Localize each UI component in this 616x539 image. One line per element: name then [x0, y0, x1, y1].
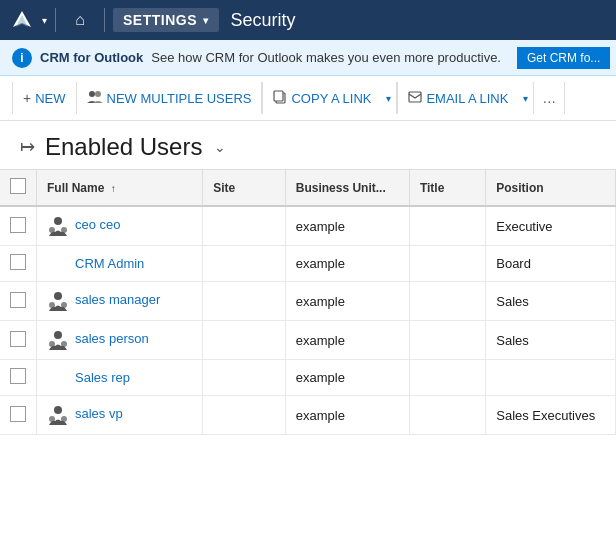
email-link-label: EMAIL A LINK [426, 91, 508, 106]
crm-banner-message: See how CRM for Outlook makes you even m… [151, 50, 501, 65]
row-position: Sales [486, 282, 616, 321]
new-multiple-label: NEW MULTIPLE USERS [107, 91, 252, 106]
table-row[interactable]: sales personexampleSales [0, 321, 616, 360]
row-business-unit: example [285, 282, 409, 321]
nav-divider-2 [104, 8, 105, 32]
nav-logo[interactable]: ▾ [8, 6, 47, 34]
row-business-unit: example [285, 321, 409, 360]
users-table-container: Full Name ↑ Site Business Unit... Title … [0, 169, 616, 435]
row-fullname: sales vp [37, 396, 203, 435]
new-button[interactable]: + NEW [12, 82, 77, 114]
crm-banner-app-name: CRM for Outlook [40, 50, 143, 65]
row-site [203, 321, 286, 360]
row-checkbox-cell [0, 206, 37, 246]
email-link-button[interactable]: EMAIL A LINK [397, 82, 518, 114]
crm-banner-icon: i [12, 48, 32, 68]
row-site [203, 282, 286, 321]
row-title [409, 360, 485, 396]
row-checkbox-cell [0, 360, 37, 396]
svg-point-13 [54, 331, 62, 339]
table-row[interactable]: CRM AdminexampleBoard [0, 246, 616, 282]
col-header-business-unit[interactable]: Business Unit... [285, 170, 409, 207]
row-position: Sales [486, 321, 616, 360]
copy-link-group: COPY A LINK ▾ [262, 82, 397, 114]
sort-asc-icon: ↑ [111, 183, 116, 194]
page-title: Enabled Users [45, 133, 202, 161]
logo-dropdown-arrow[interactable]: ▾ [42, 15, 47, 26]
email-link-dropdown[interactable]: ▾ [518, 82, 534, 114]
row-checkbox-cell [0, 396, 37, 435]
row-checkbox[interactable] [10, 292, 26, 308]
row-fullname: ceo ceo [37, 206, 203, 246]
row-title [409, 321, 485, 360]
nav-divider-1 [55, 8, 56, 32]
table-row[interactable]: ceo ceoexampleExecutive [0, 206, 616, 246]
settings-dropdown-arrow: ▾ [203, 15, 209, 26]
row-site [203, 360, 286, 396]
page-header: ↦ Enabled Users ⌄ [0, 121, 616, 169]
svg-point-10 [54, 292, 62, 300]
row-fullname: sales person [37, 321, 203, 360]
settings-button[interactable]: SETTINGS ▾ [113, 8, 219, 32]
row-business-unit: example [285, 360, 409, 396]
row-checkbox[interactable] [10, 331, 26, 347]
home-button[interactable]: ⌂ [64, 4, 96, 36]
table-row[interactable]: sales managerexampleSales [0, 282, 616, 321]
select-all-checkbox[interactable] [10, 178, 26, 194]
row-checkbox[interactable] [10, 406, 26, 422]
copy-link-button[interactable]: COPY A LINK [262, 82, 381, 114]
row-title [409, 396, 485, 435]
col-header-check[interactable] [0, 170, 37, 207]
copy-link-icon [273, 90, 287, 107]
toolbar: + NEW NEW MULTIPLE USERS COPY A LINK ▾ [0, 76, 616, 121]
user-icon [47, 290, 69, 312]
svg-point-2 [89, 91, 95, 97]
more-options-button[interactable]: … [534, 82, 565, 114]
crm-banner: i CRM for Outlook See how CRM for Outloo… [0, 40, 616, 76]
table-row[interactable]: sales vpexampleSales Executives [0, 396, 616, 435]
user-icon [47, 329, 69, 351]
new-multiple-icon [87, 90, 103, 107]
user-icon [47, 404, 69, 426]
row-business-unit: example [285, 246, 409, 282]
svg-rect-6 [409, 92, 421, 102]
users-table: Full Name ↑ Site Business Unit... Title … [0, 169, 616, 435]
row-site [203, 206, 286, 246]
table-row[interactable]: Sales repexample [0, 360, 616, 396]
col-header-site[interactable]: Site [203, 170, 286, 207]
home-icon: ⌂ [75, 11, 85, 29]
settings-label: SETTINGS [123, 12, 197, 28]
row-title [409, 206, 485, 246]
row-business-unit: example [285, 396, 409, 435]
row-position [486, 360, 616, 396]
email-link-group: EMAIL A LINK ▾ [397, 82, 534, 114]
new-multiple-users-button[interactable]: NEW MULTIPLE USERS [77, 82, 263, 114]
row-checkbox[interactable] [10, 217, 26, 233]
copy-link-dropdown[interactable]: ▾ [381, 82, 397, 114]
col-header-title[interactable]: Title [409, 170, 485, 207]
page-title-nav: Security [231, 10, 296, 31]
row-checkbox[interactable] [10, 254, 26, 270]
app-logo-icon [8, 6, 36, 34]
svg-point-7 [54, 217, 62, 225]
row-position: Board [486, 246, 616, 282]
row-checkbox[interactable] [10, 368, 26, 384]
col-header-position[interactable]: Position [486, 170, 616, 207]
crm-get-button[interactable]: Get CRM fo... [517, 47, 610, 69]
page-title-dropdown[interactable]: ⌄ [214, 139, 226, 155]
row-fullname: sales manager [37, 282, 203, 321]
svg-point-16 [54, 406, 62, 414]
row-title [409, 246, 485, 282]
user-icon [47, 215, 69, 237]
col-header-fullname[interactable]: Full Name ↑ [37, 170, 203, 207]
copy-link-label: COPY A LINK [291, 91, 371, 106]
row-checkbox-cell [0, 321, 37, 360]
row-site [203, 246, 286, 282]
pin-icon: ↦ [20, 136, 35, 158]
new-icon: + [23, 90, 31, 106]
svg-point-3 [95, 91, 101, 97]
new-label: NEW [35, 91, 65, 106]
row-checkbox-cell [0, 246, 37, 282]
row-title [409, 282, 485, 321]
row-position: Executive [486, 206, 616, 246]
